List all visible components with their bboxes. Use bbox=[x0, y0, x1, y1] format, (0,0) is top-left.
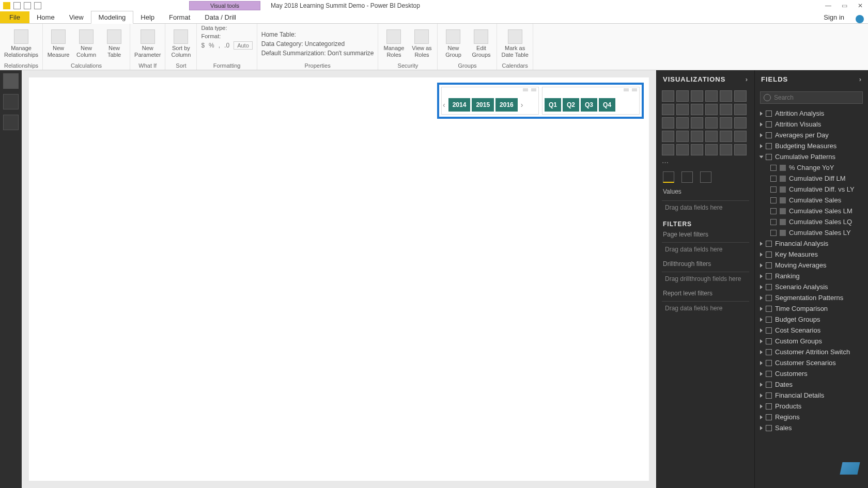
field-row[interactable]: % Change YoY bbox=[755, 162, 868, 173]
new-table-button[interactable]: New Table bbox=[103, 29, 126, 57]
sign-in-link[interactable]: Sign in bbox=[816, 11, 851, 23]
field-list[interactable]: Attrition AnalysisAttrition VisualsAvera… bbox=[755, 107, 868, 488]
tab-modeling[interactable]: Modeling bbox=[91, 11, 134, 24]
field-table-row[interactable]: Scenario Analysis bbox=[755, 281, 868, 292]
model-view-button[interactable] bbox=[3, 115, 19, 130]
field-table-row[interactable]: Customer Scenarios bbox=[755, 357, 868, 368]
field-table-row[interactable]: Financial Analysis bbox=[755, 238, 868, 249]
tab-file[interactable]: File bbox=[0, 11, 29, 23]
viz-type-button[interactable] bbox=[720, 131, 732, 142]
slicer-prev-icon[interactable]: ‹ bbox=[442, 101, 446, 109]
help-icon[interactable] bbox=[856, 15, 864, 23]
viz-type-button[interactable] bbox=[662, 131, 674, 142]
viz-type-button[interactable] bbox=[720, 117, 732, 129]
minimize-icon[interactable]: — bbox=[825, 2, 831, 9]
viz-type-button[interactable] bbox=[734, 131, 747, 142]
format-tab[interactable] bbox=[681, 171, 693, 183]
field-row[interactable]: Cumulative Diff LM bbox=[755, 173, 868, 184]
home-table-dropdown[interactable]: Home Table: bbox=[261, 31, 374, 38]
page-filters-dropzone[interactable]: Drag data fields here bbox=[662, 242, 749, 256]
quarter-slicer-item[interactable]: Q2 bbox=[563, 98, 579, 112]
fields-search[interactable] bbox=[760, 91, 863, 104]
viz-type-button[interactable] bbox=[705, 104, 718, 115]
field-checkbox[interactable] bbox=[770, 219, 777, 225]
field-table-row[interactable]: Attrition Analysis bbox=[755, 108, 868, 119]
slicer-next-icon[interactable]: › bbox=[520, 101, 524, 109]
field-table-row[interactable]: Cumulative Patterns bbox=[755, 151, 868, 162]
field-table-row[interactable]: Cost Scenarios bbox=[755, 325, 868, 336]
tab-format[interactable]: Format bbox=[162, 11, 197, 23]
data-category-dropdown[interactable]: Data Category: Uncategorized bbox=[261, 40, 374, 48]
new-column-button[interactable]: New Column bbox=[75, 29, 98, 57]
selected-visual-group[interactable]: ‹ 201420152016 › Q1Q2Q3Q4 bbox=[437, 83, 644, 119]
field-table-row[interactable]: Segmentation Patterns bbox=[755, 292, 868, 303]
viz-type-button[interactable] bbox=[662, 144, 674, 155]
viz-type-button[interactable] bbox=[705, 90, 718, 102]
viz-type-button[interactable] bbox=[676, 90, 689, 102]
viz-type-button[interactable] bbox=[691, 117, 703, 129]
mark-date-table-button[interactable]: Mark as Date Table bbox=[501, 29, 528, 57]
field-table-row[interactable]: Time Comparison bbox=[755, 303, 868, 314]
year-slicer-item[interactable]: 2015 bbox=[472, 98, 494, 112]
viz-type-button[interactable] bbox=[691, 104, 703, 115]
viz-type-button[interactable] bbox=[720, 90, 732, 102]
focus-mode-icon[interactable] bbox=[523, 88, 528, 91]
field-table-row[interactable]: Products bbox=[755, 401, 868, 412]
field-table-row[interactable]: Key Measures bbox=[755, 249, 868, 260]
drillthrough-dropzone[interactable]: Drag drillthrough fields here bbox=[662, 272, 749, 286]
field-checkbox[interactable] bbox=[770, 230, 777, 236]
viz-type-button[interactable] bbox=[734, 90, 747, 102]
field-table-row[interactable]: Sales bbox=[755, 422, 868, 433]
more-options-icon[interactable] bbox=[632, 88, 637, 91]
analytics-tab[interactable] bbox=[700, 171, 711, 183]
viz-type-button[interactable] bbox=[691, 144, 703, 155]
default-summarization-dropdown[interactable]: Default Summarization: Don't summarize bbox=[261, 50, 374, 57]
field-checkbox[interactable] bbox=[770, 186, 777, 193]
field-row[interactable]: Cumulative Sales LQ bbox=[755, 216, 868, 227]
quarter-slicer-item[interactable]: Q1 bbox=[545, 98, 561, 112]
viz-type-button[interactable] bbox=[662, 104, 674, 115]
field-checkbox[interactable] bbox=[770, 208, 777, 214]
edit-groups-button[interactable]: Edit Groups bbox=[470, 29, 492, 57]
data-type-dropdown[interactable]: Data type: bbox=[201, 25, 227, 31]
viz-type-button[interactable] bbox=[691, 90, 703, 102]
viz-type-button[interactable] bbox=[662, 117, 674, 129]
collapse-icon[interactable]: › bbox=[746, 75, 748, 83]
field-table-row[interactable]: Budget Groups bbox=[755, 314, 868, 325]
viz-type-button[interactable] bbox=[734, 144, 747, 155]
quarter-slicer-item[interactable]: Q4 bbox=[599, 98, 615, 112]
field-table-row[interactable]: Financial Details bbox=[755, 390, 868, 401]
report-view-button[interactable] bbox=[3, 73, 19, 89]
fields-well-tab[interactable] bbox=[663, 171, 674, 183]
viz-type-button[interactable] bbox=[662, 90, 674, 102]
currency-button[interactable]: $ bbox=[201, 42, 205, 49]
viz-type-button[interactable] bbox=[705, 131, 718, 142]
format-dropdown[interactable]: Format: bbox=[201, 33, 221, 39]
viz-type-button[interactable] bbox=[734, 117, 747, 129]
more-options-icon[interactable] bbox=[531, 88, 536, 91]
viz-type-button[interactable] bbox=[720, 104, 732, 115]
data-view-button[interactable] bbox=[3, 94, 19, 109]
tab-home[interactable]: Home bbox=[29, 11, 62, 23]
tab-data-drill[interactable]: Data / Drill bbox=[197, 11, 243, 23]
collapse-icon[interactable]: › bbox=[859, 75, 862, 83]
report-filters-dropzone[interactable]: Drag data fields here bbox=[662, 301, 749, 315]
year-slicer-item[interactable]: 2016 bbox=[495, 98, 518, 112]
field-table-row[interactable]: Customers bbox=[755, 368, 868, 379]
values-dropzone[interactable]: Drag data fields here bbox=[662, 200, 749, 214]
decimal-auto-button[interactable]: Auto bbox=[234, 41, 253, 50]
viz-type-button[interactable] bbox=[676, 144, 689, 155]
view-as-roles-button[interactable]: View as Roles bbox=[410, 29, 433, 57]
field-checkbox[interactable] bbox=[770, 176, 777, 182]
field-row[interactable]: Cumulative Sales bbox=[755, 195, 868, 206]
sort-by-column-button[interactable]: Sort by Column bbox=[169, 29, 192, 57]
field-table-row[interactable]: Averages per Day bbox=[755, 130, 868, 140]
field-table-row[interactable]: Attrition Visuals bbox=[755, 119, 868, 130]
search-input[interactable] bbox=[774, 94, 859, 101]
close-icon[interactable]: ✕ bbox=[858, 2, 863, 9]
viz-type-button[interactable] bbox=[705, 117, 718, 129]
field-row[interactable]: Cumulative Sales LY bbox=[755, 227, 868, 238]
manage-roles-button[interactable]: Manage Roles bbox=[382, 29, 405, 57]
viz-type-button[interactable] bbox=[705, 144, 718, 155]
field-table-row[interactable]: Moving Averages bbox=[755, 260, 868, 271]
